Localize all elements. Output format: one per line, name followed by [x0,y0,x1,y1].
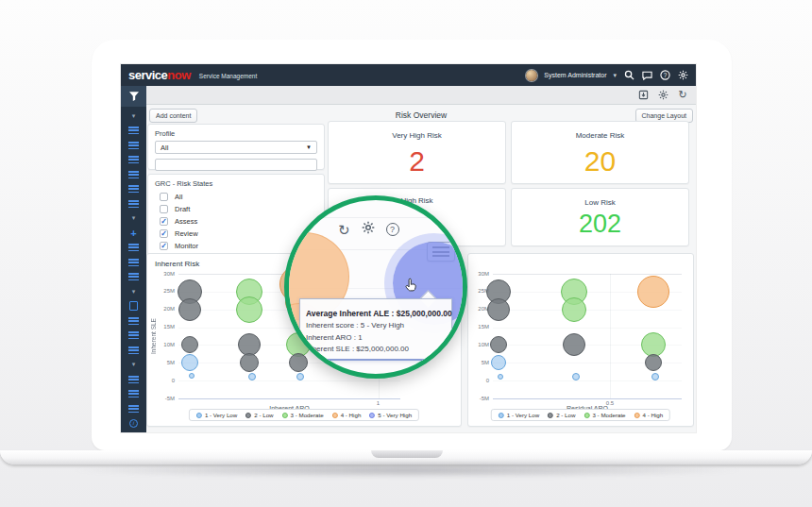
legend-label: 4 - High [341,412,362,418]
nav-list-icon[interactable] [121,372,146,387]
nav-caret-icon[interactable]: ▾ [121,358,146,373]
nav-list-icon[interactable] [121,124,146,139]
help-icon[interactable]: ? [659,70,670,81]
nav-list-icon[interactable] [121,167,146,182]
risk-state-checkbox[interactable]: ✓ [160,242,168,250]
risk-bubble-level-1[interactable] [248,373,256,380]
gear-icon[interactable] [677,70,688,81]
nav-list-icon[interactable] [121,182,146,197]
risk-bubble-level-1[interactable] [491,355,506,370]
legend-item[interactable]: 1 - Very Low [499,412,539,418]
risk-state-checkbox[interactable] [160,205,168,213]
legend-label: 4 - High [643,412,664,418]
nav-list-icon[interactable] [121,387,146,402]
risk-state-checkbox[interactable] [160,193,168,201]
risk-bubble-level-3[interactable] [236,296,262,323]
nav-caret-icon[interactable]: ▾ [121,284,146,299]
legend-item[interactable]: 3 - Moderate [584,412,625,418]
kpi-label: Low Risk [512,198,688,207]
help-icon[interactable]: ? [386,223,399,236]
nav-filter-icon[interactable] [121,86,146,107]
nav-book-icon[interactable] [121,299,146,314]
legend-item[interactable]: 1 - Very Low [196,412,237,418]
nav-list-icon[interactable] [121,401,146,416]
nav-list-icon[interactable] [121,343,146,358]
export-icon[interactable] [637,90,649,101]
nav-caret-icon[interactable]: ▾ [121,211,146,227]
product-name: Service Management [199,73,257,79]
risk-bubble-level-2[interactable] [178,298,201,321]
tooltip-line: Inherent score : 5 - Very High [306,320,446,332]
legend-label: 1 - Very Low [507,412,539,418]
tooltip-title: Average Inherent ALE : $25,000,000.00 [306,309,452,318]
chat-icon[interactable] [641,70,652,81]
kpi-card-low-risk[interactable]: Low Risk 202 [511,188,689,246]
risk-bubble-level-1[interactable] [181,354,198,371]
risk-bubble-level-1[interactable] [189,373,195,379]
risk-state-label: All [175,193,182,201]
chart-legend: 1 - Very Low2 - Low3 - Moderate4 - High [491,409,670,421]
risk-bubble-level-4[interactable] [637,276,669,308]
nav-list-icon[interactable] [121,138,146,153]
legend-item[interactable]: 4 - High [634,412,664,418]
risk-state-checkbox[interactable]: ✓ [160,229,168,238]
risk-state-label: Review [175,229,198,238]
legend-dot [584,413,589,418]
risk-state-checkbox[interactable]: ✓ [160,217,168,226]
risk-bubble-level-2[interactable] [181,336,198,353]
laptop-screen: servicenow Service Management System Adm… [92,40,732,450]
gridline [178,398,400,399]
risk-bubble-level-2[interactable] [289,353,308,372]
chevron-down-icon[interactable]: ▾ [613,72,617,79]
legend-item[interactable]: 3 - Moderate [282,412,324,418]
legend-label: 3 - Moderate [291,412,324,418]
nav-list-icon[interactable] [121,196,146,211]
risk-bubble-level-2[interactable] [240,353,259,372]
nav-plus-icon[interactable]: + [121,226,146,241]
legend-label: 1 - Very Low [205,412,237,418]
legend-label: 3 - Moderate [592,412,625,418]
legend-item[interactable]: 4 - High [332,412,362,418]
hand-cursor-icon [404,278,419,293]
nav-list-icon[interactable] [121,270,146,285]
nav-caret-icon[interactable]: ▾ [121,109,146,124]
risk-states-label: GRC - Risk States [155,179,317,188]
chart-title: Inherent Risk [155,260,199,268]
nav-list-icon[interactable] [121,241,146,256]
tooltip-line: Inherent ARO : 1 [306,332,446,345]
y-tick-label: 20M [467,306,489,312]
legend-item[interactable]: 5 - Very High [369,412,412,418]
legend-label: 2 - Low [254,412,273,418]
gridline [493,310,682,311]
search-icon[interactable] [623,70,634,81]
risk-bubble-level-2[interactable] [490,336,507,353]
kpi-card-moderate-risk[interactable]: Moderate Risk 20 [511,121,689,184]
risk-bubble-level-2[interactable] [487,298,510,321]
gear-icon[interactable] [657,90,668,101]
kpi-card-very-high-risk[interactable]: Very High Risk 2 [328,121,506,184]
refresh-icon[interactable]: ↻ [338,223,350,237]
nav-list-icon[interactable] [121,255,146,270]
risk-bubble-level-2[interactable] [645,354,662,371]
nav-list-icon[interactable] [121,153,146,168]
user-avatar[interactable] [526,70,537,81]
risk-bubble-level-2[interactable] [563,333,585,356]
legend-item[interactable]: 2 - Low [245,412,273,418]
legend-dot [499,413,504,418]
risk-state-label: Draft [175,205,190,213]
nav-info-icon[interactable]: i [121,416,146,431]
y-tick-label: 0 [467,378,489,383]
risk-bubble-level-1[interactable] [498,374,503,380]
legend-item[interactable]: 2 - Low [548,412,575,418]
risk-state-row: ✓Review [160,228,317,240]
profile-select[interactable]: All ▼ [155,141,317,154]
y-tick-label: 10M [153,342,175,347]
nav-list-icon[interactable] [121,313,146,329]
risk-state-label: Assess [175,217,197,226]
nav-list-icon[interactable] [121,329,146,344]
refresh-icon[interactable]: ↻ [677,90,688,101]
gear-icon[interactable] [362,221,375,238]
profile-search-input[interactable] [155,159,317,171]
user-menu[interactable]: System Administrator [544,72,606,78]
risk-bubble-level-3[interactable] [562,297,586,322]
